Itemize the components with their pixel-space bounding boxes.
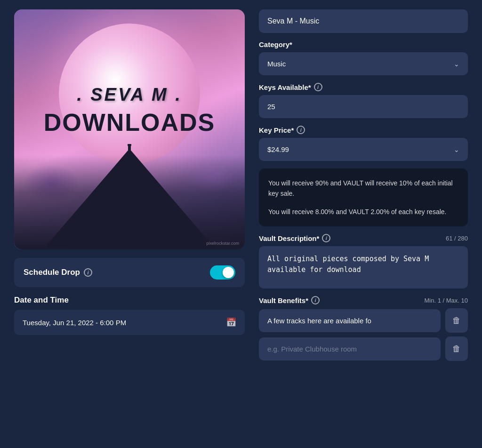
svg-rect-1 <box>128 146 131 152</box>
left-column: . SEVA M . DOWNLOADS pixelrockstar.com S… <box>14 9 245 439</box>
benefit-2-input[interactable] <box>259 337 441 360</box>
key-price-select[interactable]: $24.99 ⌄ <box>259 138 468 161</box>
svg-point-2 <box>128 144 131 147</box>
category-label: Category* <box>259 40 468 48</box>
category-group: Category* Music ⌄ <box>259 40 468 75</box>
vault-benefits-min-max: Min. 1 / Max. 10 <box>425 297 468 304</box>
category-select[interactable]: Music ⌄ <box>259 52 468 75</box>
vault-description-textarea[interactable]: All original pieces composed by Seva M a… <box>259 246 468 288</box>
schedule-drop-label: Schedule Drop i <box>24 268 92 277</box>
benefit-1-input[interactable] <box>259 309 441 332</box>
album-art: . SEVA M . DOWNLOADS pixelrockstar.com <box>14 9 245 249</box>
watermark: pixelrockstar.com <box>206 241 239 246</box>
benefit-row-1: 🗑 <box>259 308 468 333</box>
category-chevron-icon: ⌄ <box>454 60 459 68</box>
vault-desc-info-icon: i <box>322 234 330 242</box>
date-time-label: Date and Time <box>14 296 245 305</box>
svg-marker-0 <box>45 149 214 248</box>
vault-benefits-label: Vault Benefits* i <box>259 296 320 304</box>
keys-available-input[interactable] <box>259 95 468 118</box>
key-price-chevron-icon: ⌄ <box>454 146 459 153</box>
keys-available-group: Keys Available* i <box>259 83 468 118</box>
revenue-info-box: You will receive 90% and VAULT will rece… <box>259 168 468 226</box>
benefit-2-delete-button[interactable]: 🗑 <box>445 336 468 361</box>
vault-benefits-group: Vault Benefits* i Min. 1 / Max. 10 🗑 🗑 <box>259 296 468 361</box>
benefit-row-2: 🗑 <box>259 336 468 361</box>
key-price-info-icon: i <box>297 126 305 134</box>
album-text-seva: . SEVA M . <box>14 85 245 105</box>
calendar-icon: 📅 <box>226 317 236 328</box>
schedule-drop-text: Schedule Drop <box>24 268 80 277</box>
schedule-drop-toggle[interactable] <box>210 265 235 280</box>
keys-available-info-icon: i <box>314 83 322 91</box>
benefit-1-delete-button[interactable]: 🗑 <box>445 308 468 333</box>
key-price-label: Key Price* i <box>259 126 468 134</box>
keys-available-label: Keys Available* i <box>259 83 468 91</box>
title-input[interactable] <box>259 9 468 33</box>
date-time-section: Date and Time Tuesday, Jun 21, 2022 - 6:… <box>14 296 245 335</box>
trash-2-icon: 🗑 <box>452 344 461 354</box>
vault-description-label-row: Vault Description* i 61 / 280 <box>259 234 468 242</box>
right-column: Category* Music ⌄ Keys Available* i Key … <box>259 9 468 439</box>
vault-description-label: Vault Description* i <box>259 234 330 242</box>
info-line2: You will receive 8.00% and VAULT 2.00% o… <box>268 207 458 217</box>
vault-description-char-count: 61 / 280 <box>446 235 468 242</box>
vault-benefits-label-row: Vault Benefits* i Min. 1 / Max. 10 <box>259 296 468 304</box>
vault-description-group: Vault Description* i 61 / 280 All origin… <box>259 234 468 288</box>
key-price-value: $24.99 <box>267 145 289 153</box>
date-time-value: Tuesday, Jun 21, 2022 - 6:00 PM <box>23 319 126 327</box>
trash-1-icon: 🗑 <box>452 316 461 326</box>
key-price-group: Key Price* i $24.99 ⌄ <box>259 126 468 161</box>
album-text-downloads: DOWNLOADS <box>14 108 245 136</box>
info-line1: You will receive 90% and VAULT will rece… <box>268 178 458 199</box>
schedule-drop-info-icon: i <box>84 268 92 277</box>
category-value: Music <box>267 60 286 68</box>
date-time-input[interactable]: Tuesday, Jun 21, 2022 - 6:00 PM 📅 <box>14 310 245 335</box>
schedule-drop-row: Schedule Drop i <box>14 258 245 287</box>
vault-benefits-info-icon: i <box>311 296 320 304</box>
toggle-knob <box>223 267 234 278</box>
